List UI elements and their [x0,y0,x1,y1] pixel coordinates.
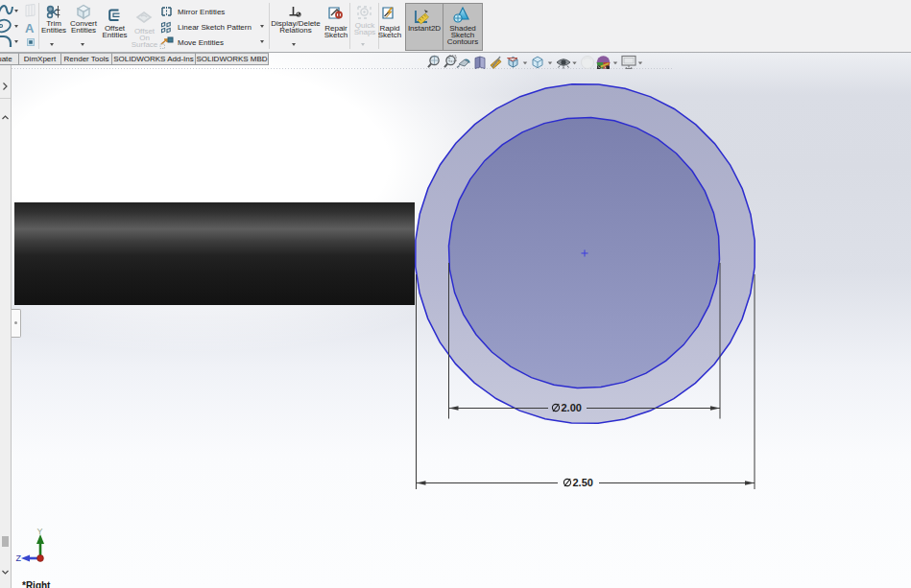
svg-text:A: A [25,21,35,35]
svg-text:2.50: 2.50 [573,477,593,488]
svg-text:Z: Z [16,553,22,563]
svg-text:Y: Y [37,527,43,536]
svg-text:2.00: 2.00 [562,402,582,413]
